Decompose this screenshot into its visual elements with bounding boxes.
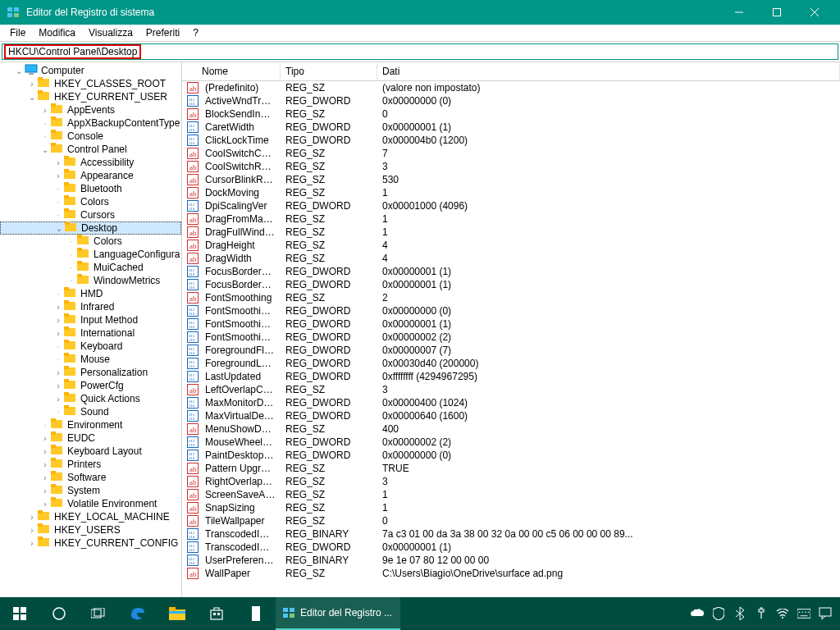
- movies-button[interactable]: [236, 597, 276, 630]
- value-row[interactable]: 011110TranscodedImage...REG_BINARY7a c3 …: [182, 527, 840, 541]
- value-row[interactable]: ab(Predefinito)REG_SZ(valore non imposta…: [182, 81, 840, 94]
- chevron-right-icon[interactable]: ›: [52, 329, 64, 338]
- tree-node[interactable]: ·Bluetooth: [0, 182, 181, 195]
- chevron-right-icon[interactable]: ›: [52, 368, 64, 377]
- tree-node[interactable]: ›HKEY_LOCAL_MACHINE: [0, 510, 181, 523]
- tree-node[interactable]: ·Cursors: [0, 208, 181, 221]
- tree-node[interactable]: ›System: [0, 484, 181, 497]
- chevron-down-icon[interactable]: ⌄: [39, 145, 51, 154]
- value-row[interactable]: 011110FocusBorderWidthREG_DWORD0x0000000…: [182, 278, 840, 291]
- value-row[interactable]: 011110ForegroundLockTi...REG_DWORD0x0003…: [182, 357, 840, 370]
- address-bar[interactable]: HKCU\Control Panel\Desktop: [2, 43, 838, 60]
- chevron-right-icon[interactable]: ›: [52, 381, 64, 390]
- tree-node[interactable]: ·Colors: [0, 195, 181, 208]
- tree-node[interactable]: ›PowerCfg: [0, 379, 181, 392]
- tree-node[interactable]: ·Colors: [0, 235, 181, 248]
- column-type[interactable]: Tipo: [281, 63, 377, 80]
- value-row[interactable]: 011110UserPreferences...REG_BINARY9e 1e …: [182, 554, 840, 567]
- value-row[interactable]: abDragHeightREG_SZ4: [182, 239, 840, 252]
- value-row[interactable]: abScreenSaveActiveREG_SZ1: [182, 488, 840, 501]
- menu-item[interactable]: Modifica: [32, 25, 82, 40]
- edge-button[interactable]: [118, 597, 158, 630]
- value-row[interactable]: abTileWallpaperREG_SZ0: [182, 514, 840, 527]
- tree-node[interactable]: ·HMD: [0, 287, 181, 300]
- value-row[interactable]: 011110TranscodedImage...REG_DWORD0x00000…: [182, 541, 840, 554]
- tree-node[interactable]: ⌄Control Panel: [0, 143, 181, 156]
- column-data[interactable]: Dati: [377, 63, 840, 80]
- chevron-down-icon[interactable]: ⌄: [53, 224, 65, 233]
- value-row[interactable]: 011110MaxMonitorDimen...REG_DWORD0x00000…: [182, 396, 840, 409]
- value-row[interactable]: 011110LastUpdatedREG_DWORD0xffffffff (42…: [182, 370, 840, 383]
- list-pane[interactable]: Nome Tipo Dati ab(Predefinito)REG_SZ(val…: [182, 62, 840, 597]
- value-row[interactable]: abCoolSwitchColumnsREG_SZ7: [182, 147, 840, 160]
- tree-node[interactable]: ›AppEvents: [0, 103, 181, 116]
- value-row[interactable]: abSnapSizingREG_SZ1: [182, 501, 840, 514]
- value-row[interactable]: abDragFullWindowsREG_SZ1: [182, 226, 840, 239]
- keyboard-icon[interactable]: [797, 607, 810, 620]
- chevron-right-icon[interactable]: ›: [39, 500, 51, 509]
- tree-node[interactable]: ›Input Method: [0, 313, 181, 326]
- chevron-right-icon[interactable]: ›: [39, 486, 51, 495]
- menu-item[interactable]: File: [3, 25, 32, 40]
- tree-node[interactable]: ›Personalization: [0, 366, 181, 379]
- tree-node[interactable]: ·Console: [0, 130, 181, 143]
- value-row[interactable]: abDockMovingREG_SZ1: [182, 186, 840, 199]
- value-row[interactable]: abLeftOverlapCharsREG_SZ3: [182, 383, 840, 396]
- tree-node[interactable]: ⌄HKEY_CURRENT_USER: [0, 90, 181, 103]
- chevron-right-icon[interactable]: ›: [52, 171, 64, 180]
- chevron-right-icon[interactable]: ›: [39, 473, 51, 482]
- onedrive-icon[interactable]: [691, 607, 704, 620]
- value-row[interactable]: 011110FontSmoothingTypeREG_DWORD0x000000…: [182, 331, 840, 344]
- tree-pane[interactable]: ⌄Computer›HKEY_CLASSES_ROOT⌄HKEY_CURRENT…: [0, 62, 182, 597]
- chevron-right-icon[interactable]: ›: [52, 158, 64, 167]
- chevron-down-icon[interactable]: ⌄: [13, 66, 25, 75]
- chevron-right-icon[interactable]: ›: [26, 513, 38, 522]
- value-row[interactable]: abRightOverlapCharsREG_SZ3: [182, 475, 840, 488]
- chevron-right-icon[interactable]: ›: [26, 526, 38, 535]
- power-icon[interactable]: [755, 607, 768, 620]
- menu-item[interactable]: ?: [186, 25, 205, 40]
- tree-node[interactable]: ›Keyboard Layout: [0, 445, 181, 458]
- tree-node[interactable]: ›Accessibility: [0, 156, 181, 169]
- tree-node[interactable]: ›Printers: [0, 458, 181, 471]
- value-row[interactable]: abFontSmoothingREG_SZ2: [182, 291, 840, 304]
- value-row[interactable]: abPattern UpgradeREG_SZTRUE: [182, 462, 840, 475]
- maximize-button[interactable]: [758, 0, 796, 25]
- value-row[interactable]: 011110CaretWidthREG_DWORD0x00000001 (1): [182, 121, 840, 134]
- column-name[interactable]: Nome: [182, 63, 281, 80]
- value-row[interactable]: 011110FontSmoothingOri...REG_DWORD0x0000…: [182, 317, 840, 331]
- tree-node[interactable]: ›EUDC: [0, 431, 181, 445]
- tree-node[interactable]: ›Quick Actions: [0, 392, 181, 405]
- taskbar-task-regedit[interactable]: Editor del Registro ...: [276, 597, 400, 630]
- value-row[interactable]: abWallPaperREG_SZC:\Users\Biagio\OneDriv…: [182, 567, 840, 580]
- file-explorer-button[interactable]: [158, 597, 197, 630]
- value-row[interactable]: 011110MouseWheelRout...REG_DWORD0x000000…: [182, 436, 840, 449]
- tree-node[interactable]: ›Infrared: [0, 300, 181, 313]
- value-row[interactable]: 011110FontSmoothingGa...REG_DWORD0x00000…: [182, 304, 840, 317]
- value-row[interactable]: abBlockSendInputR...REG_SZ0: [182, 107, 840, 121]
- chevron-right-icon[interactable]: ›: [39, 447, 51, 456]
- tree-node[interactable]: ·Sound: [0, 405, 181, 418]
- value-row[interactable]: 011110DpiScalingVerREG_DWORD0x00001000 (…: [182, 199, 840, 212]
- menu-item[interactable]: Visualizza: [82, 25, 139, 40]
- tree-node[interactable]: ›Appearance: [0, 169, 181, 182]
- value-row[interactable]: 011110ForegroundFlashC...REG_DWORD0x0000…: [182, 344, 840, 357]
- chevron-right-icon[interactable]: ›: [26, 539, 38, 548]
- store-button[interactable]: [197, 597, 236, 630]
- tree-node[interactable]: ⌄Computer: [0, 64, 181, 77]
- tree-node[interactable]: ›International: [0, 326, 181, 340]
- chevron-right-icon[interactable]: ›: [52, 303, 64, 312]
- wifi-icon[interactable]: [776, 607, 789, 620]
- tree-node[interactable]: ⌄Desktop: [0, 221, 181, 235]
- tree-node[interactable]: ·Mouse: [0, 353, 181, 366]
- value-row[interactable]: 011110ActiveWndTrack...REG_DWORD0x000000…: [182, 94, 840, 107]
- tree-node[interactable]: ›HKEY_CURRENT_CONFIG: [0, 536, 181, 550]
- chevron-right-icon[interactable]: ›: [52, 316, 64, 325]
- cortana-button[interactable]: [39, 597, 79, 630]
- defender-icon[interactable]: [712, 607, 725, 620]
- value-row[interactable]: abCursorBlinkRateREG_SZ530: [182, 173, 840, 186]
- tree-node[interactable]: ·Environment: [0, 418, 181, 431]
- menu-item[interactable]: Preferiti: [139, 25, 186, 40]
- tree-node[interactable]: ›HKEY_CLASSES_ROOT: [0, 77, 181, 90]
- minimize-button[interactable]: [720, 0, 758, 25]
